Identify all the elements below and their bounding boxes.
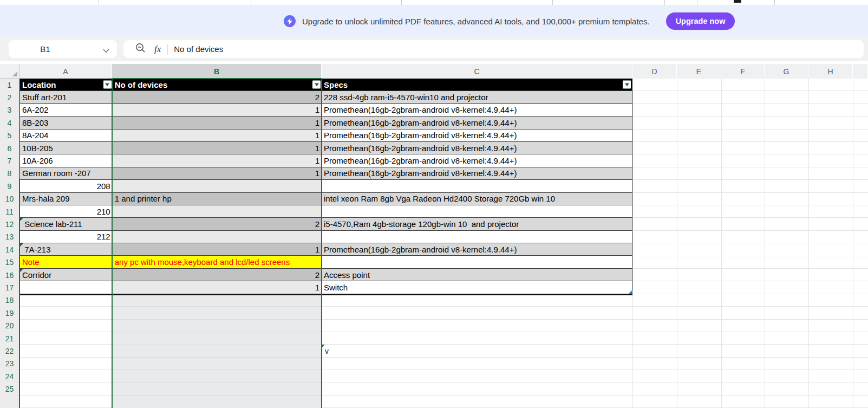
chevron-down-icon[interactable]	[103, 46, 109, 55]
cell-C12[interactable]: i5-4570,Ram 4gb-storage 120gb-win 10 and…	[322, 218, 632, 230]
row-header-4[interactable]: 4	[0, 116, 19, 129]
cell-C3[interactable]: Promethean(16gb-2gbram-android v8-kernel…	[322, 104, 632, 116]
cell-C7[interactable]: Promethean(16gb-2gbram-android v8-kernel…	[322, 154, 632, 166]
cell-C15[interactable]	[322, 256, 632, 268]
cell-B9[interactable]	[113, 180, 322, 192]
cell-C4[interactable]: Promethean(16gb-2gbram-android v8-kernel…	[322, 116, 632, 128]
cell-C11[interactable]	[322, 205, 632, 217]
row-header-12[interactable]: 12	[0, 218, 19, 230]
cell-A3[interactable]: 6A-202	[20, 104, 113, 116]
cell-B3[interactable]: 1	[113, 104, 322, 116]
row-header-14[interactable]: 14	[0, 243, 19, 256]
cell-A11[interactable]: 210	[20, 205, 113, 217]
cell-A2[interactable]: Stuff art-201	[20, 91, 113, 103]
cell-A8[interactable]: German room -207	[20, 167, 113, 179]
row-header-8[interactable]: 8	[0, 167, 19, 180]
cell-B7[interactable]: 1	[113, 154, 322, 166]
cell-A4[interactable]: 8B-203	[20, 116, 113, 128]
table-header-specs[interactable]: Specs	[322, 79, 632, 90]
cell-B12[interactable]: 2	[113, 218, 322, 230]
cell-A16[interactable]: Corridor	[20, 269, 113, 281]
cell-B6[interactable]: 1	[113, 142, 322, 154]
cell-name-box[interactable]: B1	[9, 40, 117, 58]
row-header-6[interactable]: 6	[0, 142, 19, 154]
cell-C5[interactable]: Promethean(16gb-2gbram-android v8-kernel…	[322, 129, 632, 141]
row-header-24[interactable]: 24	[0, 370, 19, 383]
row-header-17[interactable]: 17	[0, 281, 19, 294]
cell-B2[interactable]: 2	[113, 91, 322, 103]
table-header-no-of-devices[interactable]: No of devices	[113, 79, 322, 90]
row-header-23[interactable]: 23	[0, 358, 19, 370]
row-header-22[interactable]: 22	[0, 345, 19, 357]
row-header-20[interactable]: 20	[0, 320, 19, 332]
cell-B11[interactable]	[113, 205, 322, 217]
select-all-corner[interactable]	[0, 64, 19, 79]
row-header-3[interactable]: 3	[0, 104, 19, 116]
row-header-26[interactable]	[0, 396, 19, 408]
column-header-D[interactable]: D	[632, 64, 677, 79]
column-header-F[interactable]: F	[721, 64, 765, 79]
cell-C16[interactable]: Access point	[322, 269, 632, 281]
column-header-A[interactable]: A	[19, 64, 112, 79]
selected-column-tint	[112, 294, 322, 408]
cell-C14[interactable]: Promethean(16gb-2gbram-android v8-kernel…	[322, 243, 632, 255]
cell-A17[interactable]	[20, 281, 113, 293]
row-header-10[interactable]: 10	[0, 193, 19, 205]
cell-A15[interactable]: Note	[20, 256, 113, 268]
cell-A7[interactable]: 10A-206	[20, 154, 113, 166]
cells-area[interactable]: خمسات LocationNo of devicesSpecsStuff ar…	[19, 79, 868, 408]
filter-dropdown-button[interactable]	[312, 81, 321, 89]
cell-B5[interactable]: 1	[113, 129, 322, 141]
gridline-vertical	[677, 79, 677, 408]
row-header-13[interactable]: 13	[0, 231, 19, 243]
row-header-2[interactable]: 2	[0, 91, 19, 103]
cell-C10[interactable]: intel xeon Ram 8gb Vga Radeon Hd2400 Sto…	[322, 193, 632, 205]
cell-B10[interactable]: 1 and printer hp	[113, 193, 322, 205]
cell-C13[interactable]	[322, 231, 632, 243]
row-header-18[interactable]: 18	[0, 294, 19, 307]
filter-dropdown-button[interactable]	[623, 81, 631, 89]
cell-C9[interactable]	[322, 180, 632, 192]
table-resize-handle[interactable]	[628, 290, 632, 294]
cell-B14[interactable]: 1	[113, 243, 322, 255]
cell-B4[interactable]: 1	[113, 116, 322, 128]
row-header-11[interactable]: 11	[0, 205, 19, 218]
row-header-1[interactable]: 1	[0, 79, 19, 91]
row-header-19[interactable]: 19	[0, 307, 19, 319]
cell-C22[interactable]: v	[322, 345, 354, 357]
zoom-out-icon[interactable]	[135, 43, 146, 55]
column-header-B[interactable]: B	[112, 64, 322, 79]
cell-A9[interactable]: 208	[20, 180, 113, 192]
column-header-C[interactable]: C	[322, 64, 632, 79]
row-header-25[interactable]: 25	[0, 383, 19, 396]
cell-A14[interactable]: 7A-213	[20, 243, 113, 255]
cell-A12[interactable]: Science lab-211	[20, 218, 113, 230]
row-header-9[interactable]: 9	[0, 180, 19, 192]
cell-B15[interactable]: any pc with mouse,keyboard and lcd/led s…	[113, 256, 322, 268]
row-header-15[interactable]: 15	[0, 256, 19, 269]
cell-C2[interactable]: 228 ssd-4gb ram-i5-4570-win10 and projec…	[322, 91, 632, 103]
cell-A10[interactable]: Mrs-hala 209	[20, 193, 113, 205]
column-header-H[interactable]: H	[808, 64, 853, 79]
row-header-16[interactable]: 16	[0, 269, 19, 281]
cell-B8[interactable]: 1	[113, 167, 322, 179]
row-header-7[interactable]: 7	[0, 154, 19, 167]
row-header-5[interactable]: 5	[0, 129, 19, 142]
cell-A5[interactable]: 8A-204	[20, 129, 113, 141]
table-header-location[interactable]: Location	[20, 79, 113, 90]
row-header-21[interactable]: 21	[0, 332, 19, 345]
cell-A6[interactable]: 10B-205	[20, 142, 113, 154]
cell-C8[interactable]: Promethean(16gb-2gbram-android v8-kernel…	[322, 167, 632, 179]
cell-A13[interactable]: 212	[20, 231, 113, 243]
formula-input[interactable]: fx No of devices	[123, 40, 864, 58]
column-header-E[interactable]: E	[677, 64, 721, 79]
cell-C6[interactable]: Promethean(16gb-2gbram-android v8-kernel…	[322, 142, 632, 154]
cell-B16[interactable]: 2	[113, 269, 322, 281]
cell-B17[interactable]: 1	[113, 281, 322, 293]
column-header-partial[interactable]	[853, 64, 868, 79]
filter-dropdown-button[interactable]	[103, 81, 112, 89]
cell-B13[interactable]	[113, 231, 322, 243]
upgrade-now-button[interactable]: Upgrade now	[666, 12, 735, 30]
column-header-G[interactable]: G	[765, 64, 808, 79]
cell-C17[interactable]: Switch	[322, 281, 632, 293]
